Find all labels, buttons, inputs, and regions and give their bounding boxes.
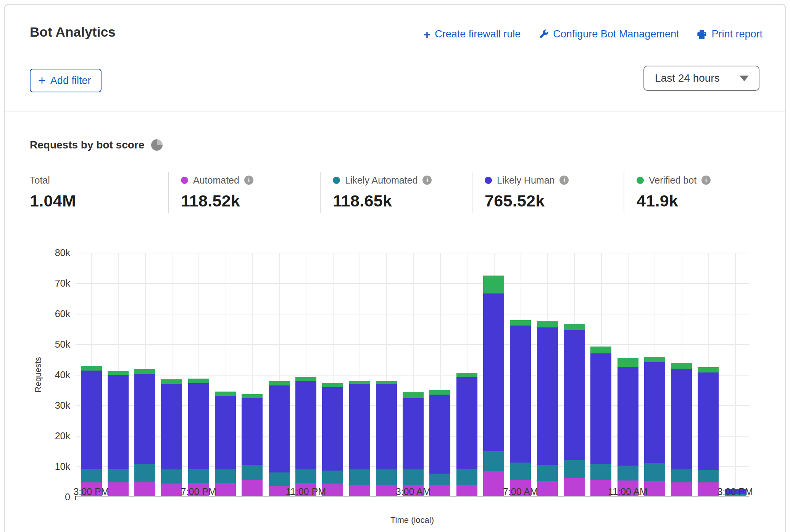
bar-segment-likely-automated[interactable] bbox=[403, 469, 424, 485]
bar-segment-automated[interactable] bbox=[161, 484, 182, 496]
bar-segment-likely-human[interactable] bbox=[483, 293, 504, 451]
bar-segment-verified-bot[interactable] bbox=[322, 383, 343, 387]
bar-segment-verified-bot[interactable] bbox=[295, 377, 316, 381]
bar-segment-verified-bot[interactable] bbox=[510, 320, 531, 326]
chevron-down-icon bbox=[740, 76, 749, 81]
bar-segment-verified-bot[interactable] bbox=[81, 366, 102, 371]
bar-segment-likely-automated[interactable] bbox=[698, 470, 719, 482]
bar-segment-likely-human[interactable] bbox=[322, 387, 343, 471]
bar-segment-likely-automated[interactable] bbox=[537, 465, 558, 481]
bar-segment-likely-human[interactable] bbox=[590, 353, 611, 464]
bar-segment-verified-bot[interactable] bbox=[269, 381, 290, 385]
bar-segment-verified-bot[interactable] bbox=[108, 371, 129, 375]
bar-segment-likely-automated[interactable] bbox=[456, 469, 477, 485]
bar-segment-likely-automated[interactable] bbox=[322, 471, 343, 484]
bar-segment-likely-automated[interactable] bbox=[644, 463, 665, 481]
bar-segment-verified-bot[interactable] bbox=[429, 390, 450, 395]
bot-analytics-card: Bot Analytics + Create firewall rule Con… bbox=[4, 4, 786, 532]
bar-segment-likely-automated[interactable] bbox=[617, 466, 638, 480]
bar-segment-automated[interactable] bbox=[215, 483, 236, 496]
bar-segment-verified-bot[interactable] bbox=[134, 369, 155, 374]
create-firewall-rule-link[interactable]: + Create firewall rule bbox=[423, 28, 521, 40]
bar-segment-likely-human[interactable] bbox=[108, 375, 129, 469]
print-report-link[interactable]: Print report bbox=[696, 28, 763, 40]
bar-segment-likely-human[interactable] bbox=[161, 384, 182, 469]
stat-value: 41.9k bbox=[637, 192, 711, 210]
bar-segment-likely-automated[interactable] bbox=[590, 464, 611, 480]
bar-segment-likely-automated[interactable] bbox=[510, 463, 531, 480]
bar-segment-likely-human[interactable] bbox=[349, 384, 370, 469]
bar-segment-likely-automated[interactable] bbox=[483, 451, 504, 471]
bar-segment-likely-human[interactable] bbox=[376, 384, 397, 469]
bar-segment-automated[interactable] bbox=[349, 485, 370, 496]
bar-segment-verified-bot[interactable] bbox=[242, 394, 263, 398]
bar-segment-verified-bot[interactable] bbox=[698, 367, 719, 372]
bar-segment-verified-bot[interactable] bbox=[617, 358, 638, 367]
bar-segment-likely-human[interactable] bbox=[456, 377, 477, 469]
stat-label: Likely Automated bbox=[345, 175, 418, 186]
info-icon[interactable]: i bbox=[422, 176, 432, 185]
bar-segment-automated[interactable] bbox=[564, 478, 585, 496]
bar-segment-likely-human[interactable] bbox=[134, 374, 155, 464]
bar-segment-likely-automated[interactable] bbox=[161, 469, 182, 484]
bar-segment-likely-human[interactable] bbox=[617, 367, 638, 466]
bar-segment-automated[interactable] bbox=[537, 481, 558, 496]
bar-segment-verified-bot[interactable] bbox=[376, 381, 397, 385]
bar-segment-likely-human[interactable] bbox=[429, 395, 450, 474]
bar-segment-likely-human[interactable] bbox=[564, 330, 585, 460]
bar-segment-verified-bot[interactable] bbox=[564, 324, 585, 330]
bar-segment-verified-bot[interactable] bbox=[215, 392, 236, 395]
bar-segment-likely-human[interactable] bbox=[295, 381, 316, 469]
add-filter-button[interactable]: + Add filter bbox=[30, 69, 102, 92]
bar-segment-verified-bot[interactable] bbox=[644, 357, 665, 362]
time-range-select[interactable]: Last 24 hours bbox=[643, 66, 759, 91]
bar-segment-automated[interactable] bbox=[242, 480, 263, 496]
bar-segment-verified-bot[interactable] bbox=[349, 381, 370, 384]
bar-segment-automated[interactable] bbox=[483, 471, 504, 496]
bar-segment-likely-human[interactable] bbox=[510, 326, 531, 463]
bar-segment-verified-bot[interactable] bbox=[671, 363, 692, 369]
bar-segment-likely-automated[interactable] bbox=[429, 474, 450, 485]
bar-segment-automated[interactable] bbox=[376, 485, 397, 496]
bar-segment-automated[interactable] bbox=[698, 482, 719, 496]
bar-segment-likely-automated[interactable] bbox=[269, 472, 290, 485]
bar-segment-verified-bot[interactable] bbox=[483, 276, 504, 293]
bar-segment-likely-automated[interactable] bbox=[188, 469, 209, 483]
bar-segment-likely-human[interactable] bbox=[81, 371, 102, 469]
bar-segment-verified-bot[interactable] bbox=[403, 392, 424, 398]
bar-segment-likely-human[interactable] bbox=[188, 383, 209, 469]
likely-human-legend-dot bbox=[485, 177, 492, 184]
bar-segment-automated[interactable] bbox=[456, 485, 477, 496]
bar-segment-likely-human[interactable] bbox=[403, 398, 424, 469]
bar-segment-likely-automated[interactable] bbox=[671, 469, 692, 482]
bar-segment-likely-human[interactable] bbox=[215, 396, 236, 469]
bar-segment-likely-human[interactable] bbox=[644, 362, 665, 463]
bar-segment-likely-human[interactable] bbox=[269, 385, 290, 473]
bar-segment-automated[interactable] bbox=[134, 482, 155, 496]
bar-segment-likely-automated[interactable] bbox=[242, 465, 263, 480]
bar-segment-likely-automated[interactable] bbox=[81, 469, 102, 482]
bar-segment-verified-bot[interactable] bbox=[456, 373, 477, 377]
bar-segment-likely-human[interactable] bbox=[671, 369, 692, 469]
bar-segment-likely-automated[interactable] bbox=[108, 469, 129, 482]
info-icon[interactable]: i bbox=[559, 176, 569, 185]
bar-segment-likely-automated[interactable] bbox=[376, 469, 397, 485]
bar-segment-automated[interactable] bbox=[671, 482, 692, 496]
bar-segment-verified-bot[interactable] bbox=[537, 321, 558, 328]
bar-segment-verified-bot[interactable] bbox=[590, 347, 611, 353]
bar-segment-likely-human[interactable] bbox=[698, 372, 719, 470]
bar-segment-likely-automated[interactable] bbox=[295, 469, 316, 483]
info-icon[interactable]: i bbox=[701, 176, 711, 185]
bar-segment-likely-automated[interactable] bbox=[564, 460, 585, 478]
bar-segment-likely-human[interactable] bbox=[537, 327, 558, 465]
bar-segment-likely-human[interactable] bbox=[242, 398, 263, 465]
bar-segment-likely-automated[interactable] bbox=[215, 469, 236, 483]
bar-segment-verified-bot[interactable] bbox=[188, 379, 209, 383]
bar-segment-likely-automated[interactable] bbox=[134, 464, 155, 482]
configure-bot-management-link[interactable]: Configure Bot Management bbox=[538, 28, 679, 40]
bar-segment-likely-automated[interactable] bbox=[349, 469, 370, 485]
bar-segment-verified-bot[interactable] bbox=[161, 379, 182, 384]
bar-segment-automated[interactable] bbox=[108, 482, 129, 496]
info-icon[interactable]: i bbox=[244, 176, 253, 185]
bar-segment-automated[interactable] bbox=[429, 485, 450, 496]
